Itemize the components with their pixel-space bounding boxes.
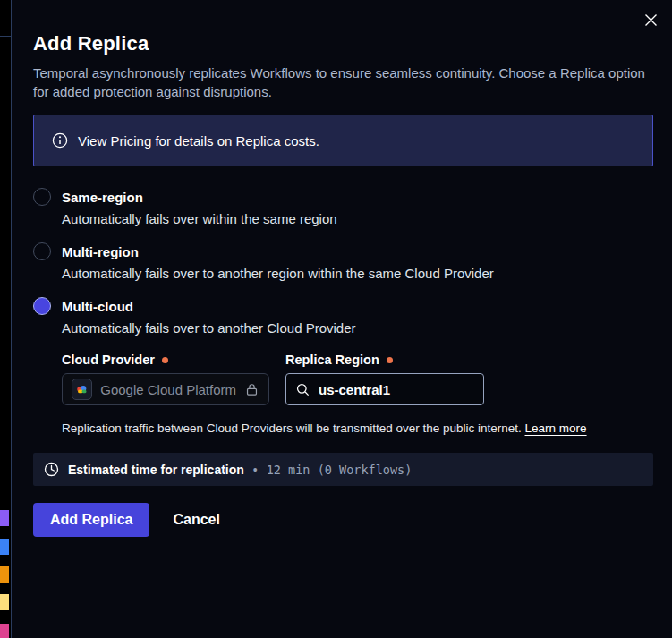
public-internet-note: Replication traffic between Cloud Provid… (62, 421, 653, 435)
modal-actions: Add Replica Cancel (33, 503, 653, 537)
background-panel-edge-top (0, 36, 12, 37)
modal-description: Temporal asynchronously replicates Workf… (33, 64, 653, 101)
close-icon (644, 13, 658, 27)
close-button[interactable] (640, 9, 661, 30)
search-icon (295, 382, 310, 397)
background-stripe (0, 510, 9, 526)
view-pricing-link[interactable]: View Pricing (78, 133, 151, 149)
pricing-banner-suffix: for details on Replica costs. (151, 133, 319, 149)
cloud-provider-select: Google Cloud Platform (62, 373, 269, 405)
option-multi-region: Multi-region Automatically fails over to… (33, 242, 653, 281)
radio-same-region[interactable] (33, 188, 51, 206)
add-replica-button[interactable]: Add Replica (33, 503, 149, 537)
radio-multi-cloud[interactable] (33, 297, 51, 315)
replica-region-input[interactable]: us-central1 (285, 373, 484, 405)
estimate-separator: • (253, 463, 258, 477)
background-stripe (0, 566, 9, 583)
multi-cloud-form: Cloud Provider Replica Region (62, 353, 653, 435)
required-dot (162, 357, 168, 363)
option-multi-cloud: Multi-cloud Automatically fails over to … (33, 297, 653, 435)
learn-more-link[interactable]: Learn more (525, 421, 587, 435)
modal-title: Add Replica (33, 32, 653, 55)
option-same-region: Same-region Automatically fails over wit… (33, 188, 653, 226)
option-description: Automatically fails over to another regi… (62, 266, 653, 281)
estimate-label: Estimated time for replication (68, 463, 244, 477)
public-internet-note-text: Replication traffic between Cloud Provid… (62, 421, 525, 435)
pricing-banner-text: View Pricing for details on Replica cost… (78, 133, 319, 149)
background-stripe (0, 624, 9, 638)
option-label[interactable]: Multi-region (62, 244, 139, 259)
replica-options: Same-region Automatically fails over wit… (33, 188, 653, 435)
option-description: Automatically fails over to another Clou… (62, 320, 653, 336)
option-label[interactable]: Same-region (62, 190, 143, 205)
replica-region-value: us-central1 (319, 382, 390, 397)
cancel-button[interactable]: Cancel (173, 512, 219, 528)
clock-icon (44, 462, 59, 477)
background-stripe (0, 539, 9, 555)
background-stripe (0, 594, 9, 610)
radio-multi-region[interactable] (33, 242, 51, 260)
lock-icon (244, 382, 259, 397)
estimate-value: 12 min (0 Workflows) (267, 463, 413, 477)
gcp-logo-icon (72, 379, 92, 400)
cloud-provider-value: Google Cloud Platform (100, 382, 236, 397)
cloud-provider-label-text: Cloud Provider (62, 353, 155, 367)
option-label[interactable]: Multi-cloud (62, 299, 133, 314)
required-dot (387, 357, 393, 363)
add-replica-modal: Add Replica Temporal asynchronously repl… (12, 0, 672, 638)
estimated-time-bar: Estimated time for replication • 12 min … (33, 453, 653, 486)
option-description: Automatically fails over within the same… (62, 211, 653, 226)
replica-region-label-text: Replica Region (285, 353, 379, 367)
replica-region-label: Replica Region (285, 353, 484, 367)
info-icon (52, 132, 68, 149)
page-background: Add Replica Temporal asynchronously repl… (0, 0, 672, 638)
pricing-banner: View Pricing for details on Replica cost… (33, 115, 653, 166)
cloud-provider-label: Cloud Provider (62, 353, 269, 367)
